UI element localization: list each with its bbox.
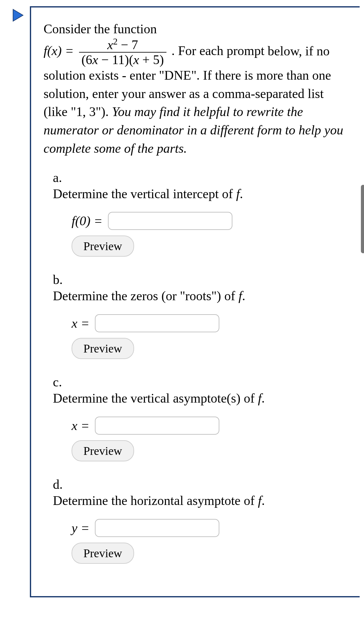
part-a: a. Determine the vertical intercept of f…: [53, 170, 350, 257]
part-b-answer-row: x =: [72, 314, 350, 332]
question-container: Consider the function f(x) = x2 − 7 (6x …: [0, 0, 364, 597]
part-d-text: Determine the horizontal asymptote of f.: [53, 492, 332, 510]
part-c-answer-label: x =: [72, 418, 89, 433]
part-a-preview-button[interactable]: Preview: [72, 236, 134, 257]
fraction: x2 − 7 (6x − 11)(x + 5): [79, 38, 166, 66]
scrollbar-thumb[interactable]: [361, 185, 364, 253]
part-b-label: b.: [53, 272, 68, 287]
part-d-preview-button[interactable]: Preview: [72, 543, 134, 564]
part-d: d. Determine the horizontal asymptote of…: [53, 477, 350, 564]
part-d-answer-row: y =: [72, 519, 350, 537]
play-icon[interactable]: [12, 9, 24, 22]
denominator: (6x − 11)(x + 5): [79, 52, 166, 66]
part-b-answer-label: x =: [72, 316, 89, 331]
part-a-text: Determine the vertical intercept of f.: [53, 185, 332, 203]
intro-text: Consider the function f(x) = x2 − 7 (6x …: [44, 20, 350, 158]
part-a-input[interactable]: [108, 212, 232, 230]
part-a-answer-label: f(0) =: [72, 213, 102, 228]
part-c-answer-row: x =: [72, 417, 350, 435]
part-c-preview-button[interactable]: Preview: [72, 440, 134, 461]
part-d-label: d.: [53, 477, 68, 492]
part-b-input[interactable]: [95, 314, 219, 332]
parts-list: a. Determine the vertical intercept of f…: [53, 170, 350, 564]
intro-line1: Consider the function: [44, 22, 157, 36]
part-b-preview-button[interactable]: Preview: [72, 338, 134, 359]
part-b-text: Determine the zeros (or "roots") of f.: [53, 287, 332, 305]
after-fraction: . For each prompt: [171, 44, 264, 58]
part-c-input[interactable]: [95, 417, 219, 435]
part-d-answer-label: y =: [72, 521, 89, 535]
part-c-label: c.: [53, 375, 68, 390]
question-box: Consider the function f(x) = x2 − 7 (6x …: [30, 6, 360, 597]
svg-marker-0: [13, 9, 23, 21]
part-a-label: a.: [53, 170, 68, 185]
numerator: x2 − 7: [79, 38, 166, 52]
func-lhs: f(x) =: [44, 44, 77, 58]
part-c-text: Determine the vertical asymptote(s) of f…: [53, 390, 332, 407]
part-a-answer-row: f(0) =: [72, 212, 350, 230]
part-b: b. Determine the zeros (or "roots") of f…: [53, 272, 350, 359]
part-d-input[interactable]: [95, 519, 219, 537]
part-c: c. Determine the vertical asymptote(s) o…: [53, 375, 350, 461]
